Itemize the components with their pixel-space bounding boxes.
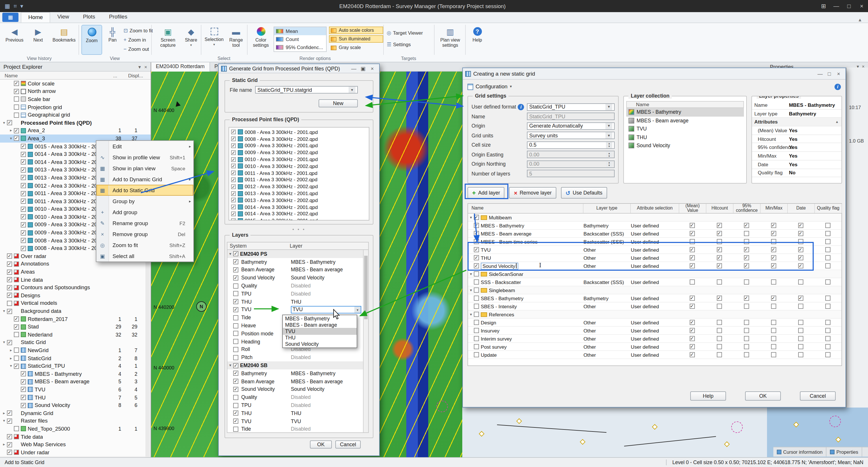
attribute-checkbox[interactable] <box>798 304 803 309</box>
dropdown-caret-icon[interactable]: ▾ <box>20 3 23 9</box>
ribbon-tab-view[interactable]: View <box>51 12 76 23</box>
row-checkbox[interactable] <box>474 304 479 309</box>
splitter-handle[interactable]: • • • <box>219 227 379 232</box>
attribute-checkbox[interactable]: ✓ <box>689 223 694 228</box>
attribute-checkbox[interactable]: ✓ <box>689 295 694 301</box>
dropdown-option[interactable]: MBES - Bathymetry <box>283 315 356 321</box>
attribute-checkbox[interactable] <box>798 279 803 285</box>
attribute-checkbox[interactable]: ✓ <box>744 255 749 260</box>
attribute-checkbox[interactable] <box>744 320 749 325</box>
attribute-checkbox[interactable] <box>716 328 722 333</box>
tree-item[interactable]: ▾✓StaticGrid_TPU41 <box>0 362 151 370</box>
tree-checkbox[interactable]: ✓ <box>21 395 26 400</box>
tree-item[interactable]: ✓North arrow <box>0 88 151 95</box>
attribute-checkbox[interactable] <box>771 239 776 244</box>
tree-checkbox[interactable]: ✓ <box>7 254 12 259</box>
layer-checkbox[interactable] <box>233 355 238 360</box>
layers-row[interactable]: ✓Beam AverageMBES - Beam average <box>227 266 368 274</box>
targets-settings-button[interactable]: ☰Settings <box>387 40 411 49</box>
tree-checkbox[interactable] <box>14 97 19 102</box>
tree-checkbox[interactable]: ✓ <box>21 198 26 204</box>
qpd-file-item[interactable]: ✓0010 - Area 3 300kHz - 2001.qpd <box>229 156 369 163</box>
combo-arrow-icon[interactable]: ▾ <box>354 307 361 313</box>
attribute-checkbox[interactable]: ✓ <box>689 352 694 357</box>
expander-icon[interactable]: ▾ <box>468 215 474 220</box>
collection-item[interactable]: THU <box>626 133 744 142</box>
layers-row[interactable]: PitchDisabled <box>227 353 368 362</box>
map-left-strip[interactable] <box>151 71 218 457</box>
selection-button[interactable]: Selection ▾ <box>203 25 225 55</box>
layers-group-row[interactable]: ▾✓EM2040 SB <box>227 361 368 369</box>
previous-button[interactable]: ◀ Previous <box>2 25 27 55</box>
spinner-buttons[interactable]: ▴▾ <box>606 142 612 148</box>
remove-layer-button[interactable]: × Remove layer <box>509 187 556 198</box>
layers-row[interactable]: ✓BathymetryMBES - Bathymetry <box>227 258 368 266</box>
legend-item[interactable]: Mean <box>274 27 326 35</box>
file-checkbox[interactable]: ✓ <box>231 212 236 216</box>
tree-item[interactable]: ✓Stad2929 <box>0 323 151 331</box>
table-row[interactable]: InsurveyOtherUser defined✓ <box>468 327 841 335</box>
attribute-checkbox[interactable] <box>744 344 749 349</box>
menu-item-show-in-plan-view[interactable]: ▦Show in plan viewSpace <box>96 163 193 174</box>
property-row[interactable]: Min/MaxYes <box>752 152 841 160</box>
tree-checkbox[interactable] <box>7 301 12 306</box>
tree-checkbox[interactable]: ✓ <box>7 442 12 447</box>
attribute-selection-cell[interactable]: User defined <box>631 254 679 261</box>
tree-checkbox[interactable]: ✓ <box>21 152 26 157</box>
tree-item[interactable]: Geographical grid <box>0 111 151 119</box>
tree-checkbox[interactable]: ✓ <box>21 175 26 180</box>
layer-checkbox[interactable] <box>233 323 238 328</box>
close-button[interactable]: × <box>368 64 377 72</box>
tree-checkbox[interactable]: ✓ <box>7 261 12 267</box>
attribute-selection-cell[interactable]: User defined <box>631 238 679 245</box>
tree-item[interactable]: ▸✓Area_211 <box>0 127 151 134</box>
attribute-checkbox[interactable]: ✓ <box>716 295 722 301</box>
attribute-checkbox[interactable] <box>798 344 803 349</box>
attribute-checkbox[interactable]: ✓ <box>716 223 722 228</box>
attribute-checkbox[interactable] <box>771 304 776 309</box>
layer-checkbox[interactable] <box>233 347 238 352</box>
tree-checkbox[interactable]: ✓ <box>21 214 26 220</box>
tree-checkbox[interactable]: ✓ <box>7 120 12 126</box>
attribute-checkbox[interactable]: ✓ <box>744 223 749 228</box>
expander-icon[interactable]: ▾ <box>468 288 474 292</box>
tree-item[interactable]: ▸StaticGrid28 <box>0 354 151 362</box>
qpd-file-item[interactable]: ✓0011 - Area 3 300kHz - 2001.qpd <box>229 170 369 177</box>
layer-checkbox[interactable]: ✓ <box>233 418 238 424</box>
tree-checkbox[interactable]: ✓ <box>14 128 19 133</box>
tree-item[interactable]: ▾✓Static Grid <box>0 339 151 346</box>
attribute-checkbox[interactable] <box>825 279 830 285</box>
tree-checkbox[interactable]: ✓ <box>14 89 19 94</box>
expander-icon[interactable]: ▸ <box>1 442 7 447</box>
property-row[interactable]: HitcountYes <box>752 135 841 144</box>
file-checkbox[interactable]: ✓ <box>231 198 236 203</box>
tree-item[interactable]: ✓Areas <box>0 268 151 276</box>
tree-checkbox[interactable]: ✓ <box>21 371 26 377</box>
column-count[interactable]: ... <box>113 72 117 78</box>
row-checkbox[interactable] <box>474 320 479 325</box>
attribute-checkbox[interactable] <box>771 344 776 349</box>
layer-checkbox[interactable] <box>233 427 238 432</box>
table-row[interactable]: Post surveyOtherUser defined✓ <box>468 343 841 351</box>
attribute-checkbox[interactable]: ✓ <box>798 263 803 269</box>
qpd-file-item[interactable]: ✓0008 - Area 3 300kHz - 2001.qpd <box>229 129 369 136</box>
attribute-checkbox[interactable] <box>716 336 722 341</box>
tree-item[interactable]: Ned_Topo_2500011 <box>0 425 151 433</box>
attribute-selection-cell[interactable]: User defined <box>631 319 679 326</box>
tree-item[interactable]: ✓Tide data <box>0 433 151 440</box>
tab-cursor-information[interactable]: Cursor information <box>773 447 827 457</box>
menu-item-group-by[interactable]: Group by▸ <box>96 196 193 207</box>
tree-item[interactable]: ✓MBES - Beam average53 <box>0 378 151 385</box>
dialog-title-bar[interactable]: Generate Grid from Processed Point files… <box>219 64 379 73</box>
attribute-selection-cell[interactable]: User defined <box>631 335 679 342</box>
menu-item-add-to-dynamic-grid[interactable]: ▦Add to Dynamic Grid▸ <box>96 174 193 185</box>
attribute-checkbox[interactable] <box>744 336 749 341</box>
layer-checkbox[interactable]: ✓ <box>233 267 238 273</box>
ribbon-collapse-icon[interactable]: ▲ <box>852 17 868 23</box>
map-middle-strip[interactable] <box>380 71 462 457</box>
target-viewer-button[interactable]: ◎Target Viewer <box>387 29 423 37</box>
quick-access-toolbar[interactable]: ▦ ⌗ ▾ <box>0 3 28 9</box>
ribbon-tab-profiles[interactable]: Profiles <box>102 12 134 23</box>
tree-item[interactable]: ▸✓Dynamic Grid <box>0 409 151 417</box>
tree-checkbox[interactable] <box>14 104 19 110</box>
